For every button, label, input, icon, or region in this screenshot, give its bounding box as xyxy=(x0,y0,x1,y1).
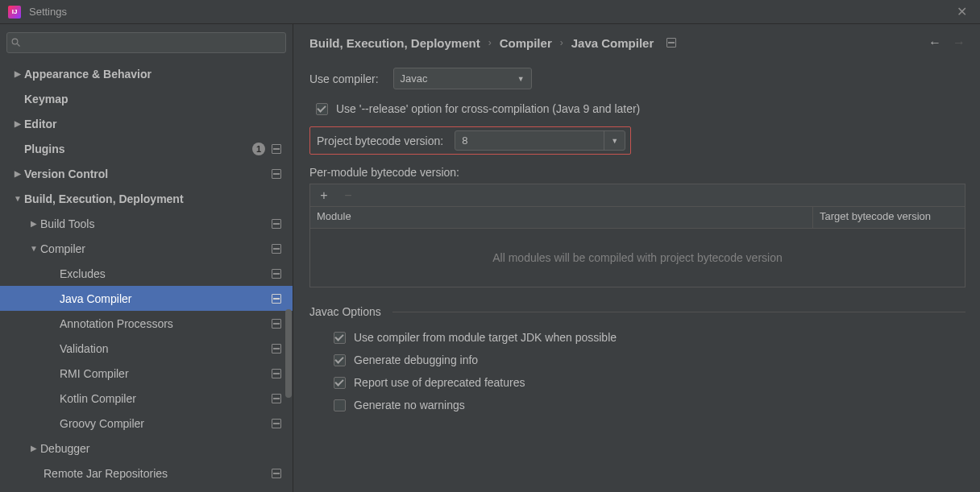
project-scope-icon xyxy=(272,469,281,478)
tree-remote-jar[interactable]: Remote Jar Repositories xyxy=(0,461,293,486)
remove-module-button: − xyxy=(341,188,355,203)
module-column-header: Module xyxy=(310,207,813,228)
tree-plugins[interactable]: ▶Plugins1 xyxy=(0,136,293,161)
project-scope-icon xyxy=(272,219,281,229)
opt-deprecated-label: Report use of deprecated features xyxy=(354,376,525,389)
project-scope-icon xyxy=(272,394,281,403)
chevron-down-icon: ▼ xyxy=(11,194,24,203)
tree-editor[interactable]: ▶Editor xyxy=(0,111,293,136)
opt-jdk-checkbox[interactable] xyxy=(334,332,346,344)
svg-line-1 xyxy=(18,44,20,47)
chevron-right-icon: ▶ xyxy=(27,219,40,228)
settings-content: Build, Execution, Deployment › Compiler … xyxy=(293,24,980,492)
chevron-right-icon: › xyxy=(488,37,492,48)
project-scope-icon xyxy=(272,294,281,304)
chevron-right-icon: ▶ xyxy=(27,444,40,453)
breadcrumb-item[interactable]: Build, Execution, Deployment xyxy=(309,36,480,50)
use-release-label: Use '--release' option for cross-compila… xyxy=(336,102,640,115)
use-compiler-label: Use compiler: xyxy=(309,72,379,85)
opt-jdk-label: Use compiler from module target JDK when… xyxy=(354,331,617,344)
add-module-button[interactable]: + xyxy=(317,188,331,203)
chevron-right-icon: ▶ xyxy=(11,119,24,128)
select-value: 8 xyxy=(455,134,604,147)
tree-build[interactable]: ▼Build, Execution, Deployment xyxy=(0,186,293,211)
project-bytecode-highlight: Project bytecode version: 8 ▼ xyxy=(309,126,631,155)
opt-nowarn-checkbox[interactable] xyxy=(334,399,346,411)
module-table: + − Module Target bytecode version All m… xyxy=(309,184,965,287)
breadcrumb: Build, Execution, Deployment › Compiler … xyxy=(309,36,928,50)
module-empty-message: All modules will be compiled with projec… xyxy=(310,229,965,287)
window-title: Settings xyxy=(29,6,952,18)
project-scope-icon xyxy=(272,319,281,329)
tree-build-tools[interactable]: ▶Build Tools xyxy=(0,211,293,236)
tree-java-compiler[interactable]: Java Compiler xyxy=(0,286,293,311)
tree-debugger[interactable]: ▶Debugger xyxy=(0,436,293,461)
nav-back-icon[interactable]: ← xyxy=(928,35,941,50)
project-scope-icon xyxy=(272,169,281,179)
project-scope-icon xyxy=(272,369,281,378)
breadcrumb-item: Java Compiler xyxy=(571,36,654,50)
svg-point-0 xyxy=(12,39,18,44)
breadcrumb-item[interactable]: Compiler xyxy=(500,36,552,50)
tree-version-control[interactable]: ▶Version Control xyxy=(0,161,293,186)
tree-groovy[interactable]: Groovy Compiler xyxy=(0,411,293,436)
search-input[interactable] xyxy=(6,32,286,53)
sidebar-scrollbar[interactable] xyxy=(284,60,293,492)
settings-sidebar: ▶Appearance & Behavior ▶Keymap ▶Editor ▶… xyxy=(0,24,293,492)
nav-forward-icon: → xyxy=(953,35,965,50)
select-value: Javac xyxy=(401,72,509,85)
title-bar: IJ Settings ✕ xyxy=(0,0,980,24)
project-bytecode-label: Project bytecode version: xyxy=(317,134,443,147)
project-scope-icon xyxy=(272,244,281,254)
opt-debug-label: Generate debugging info xyxy=(354,353,478,366)
project-scope-icon xyxy=(272,144,281,154)
target-column-header: Target bytecode version xyxy=(813,207,965,228)
settings-tree: ▶Appearance & Behavior ▶Keymap ▶Editor ▶… xyxy=(0,58,293,492)
chevron-right-icon: ▶ xyxy=(11,169,24,178)
chevron-down-icon: ▼ xyxy=(517,75,525,83)
chevron-down-icon: ▼ xyxy=(604,131,625,150)
tree-excludes[interactable]: Excludes xyxy=(0,261,293,286)
tree-appearance[interactable]: ▶Appearance & Behavior xyxy=(0,61,293,86)
opt-nowarn-label: Generate no warnings xyxy=(354,399,465,411)
tree-compiler[interactable]: ▼Compiler xyxy=(0,236,293,261)
close-icon[interactable]: ✕ xyxy=(952,2,972,21)
chevron-down-icon: ▼ xyxy=(27,244,40,253)
project-bytecode-select[interactable]: 8 ▼ xyxy=(455,130,625,151)
tree-keymap[interactable]: ▶Keymap xyxy=(0,86,293,111)
per-module-label: Per-module bytecode version: xyxy=(309,166,965,179)
opt-deprecated-checkbox[interactable] xyxy=(334,377,346,389)
project-scope-icon xyxy=(666,38,676,48)
search-icon xyxy=(11,38,21,48)
tree-kotlin[interactable]: Kotlin Compiler xyxy=(0,386,293,411)
opt-debug-checkbox[interactable] xyxy=(334,354,346,366)
plugins-update-badge: 1 xyxy=(252,143,265,155)
chevron-right-icon: ▶ xyxy=(11,69,24,78)
chevron-right-icon: › xyxy=(560,37,563,48)
tree-validation[interactable]: Validation xyxy=(0,336,293,361)
tree-annotation[interactable]: Annotation Processors xyxy=(0,311,293,336)
use-release-checkbox[interactable] xyxy=(316,103,328,115)
javac-options-header: Javac Options xyxy=(309,305,965,318)
tree-rmi[interactable]: RMI Compiler xyxy=(0,361,293,386)
project-scope-icon xyxy=(272,269,281,279)
project-scope-icon xyxy=(272,419,281,428)
use-compiler-select[interactable]: Javac ▼ xyxy=(393,68,532,89)
app-icon: IJ xyxy=(8,6,21,19)
project-scope-icon xyxy=(272,344,281,353)
